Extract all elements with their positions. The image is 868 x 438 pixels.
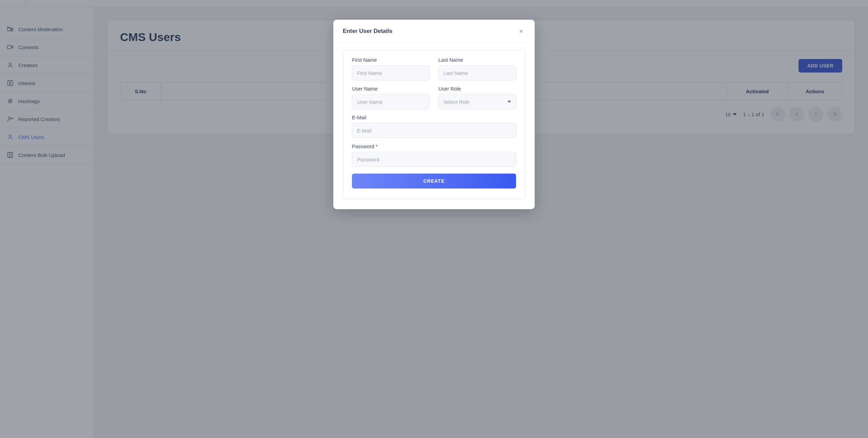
close-icon: ×	[519, 28, 523, 35]
user-role-placeholder: Select Role	[443, 99, 470, 105]
user-name-input[interactable]	[352, 94, 430, 109]
first-name-input[interactable]	[352, 65, 430, 80]
password-label: Password *	[352, 143, 516, 149]
email-label: E-Mail	[352, 115, 516, 120]
user-role-label: User Role	[438, 86, 516, 92]
last-name-input[interactable]	[438, 65, 516, 80]
password-input[interactable]	[352, 152, 516, 167]
close-button[interactable]: ×	[517, 27, 525, 35]
last-name-label: Last Name	[438, 57, 516, 63]
modal-overlay[interactable]: Enter User Details × First Name Last Nam…	[0, 0, 868, 438]
user-form: First Name Last Name User Name	[343, 50, 525, 199]
enter-user-details-modal: Enter User Details × First Name Last Nam…	[333, 20, 535, 209]
chevron-down-icon	[508, 101, 511, 103]
modal-title: Enter User Details	[343, 28, 392, 35]
create-button[interactable]: CREATE	[352, 174, 516, 188]
first-name-label: First Name	[352, 57, 430, 63]
user-name-label: User Name	[352, 86, 430, 92]
user-role-select[interactable]: Select Role	[438, 94, 516, 109]
email-input[interactable]	[352, 123, 516, 138]
